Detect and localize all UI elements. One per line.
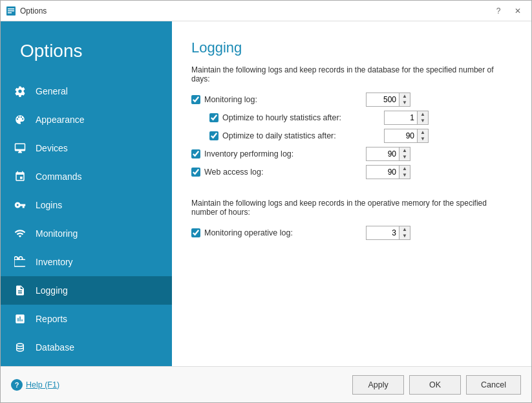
monitoring-operative-spinner-btns: ▲ ▼ [399,226,410,240]
help-button[interactable]: ? Help (F1) [11,379,59,391]
monitoring-operative-entry: Monitoring operative log: ▲ ▼ [191,226,512,240]
monitoring-operative-input[interactable] [366,226,399,240]
monitoring-log-checkbox[interactable] [191,95,200,104]
sidebar-item-database[interactable]: Database [1,333,172,362]
footer: ? Help (F1) Apply OK Cancel [1,366,531,402]
daily-stats-label[interactable]: Optimize to daily statistics after: [209,131,378,140]
monitoring-icon [14,227,27,240]
apply-button[interactable]: Apply [352,375,404,395]
content-area: Logging Maintain the following logs and … [172,21,531,366]
sidebar-item-general[interactable]: General [1,77,172,105]
titlebar-controls: ? ✕ [490,5,526,17]
hourly-stats-down[interactable]: ▼ [418,118,428,124]
sidebar-item-inventory[interactable]: Inventory [1,248,172,276]
web-access-log-up[interactable]: ▲ [399,166,410,172]
hourly-stats-up[interactable]: ▲ [418,111,428,118]
inventory-log-label[interactable]: Inventory performing log: [191,149,359,158]
sidebar-item-label: Commands [36,171,82,182]
inventory-log-checkbox[interactable] [191,149,200,158]
section-divider [191,183,512,193]
sidebar-item-appearance[interactable]: Appearance [1,105,172,134]
sidebar-item-logging[interactable]: Logging [1,276,172,305]
monitoring-log-down[interactable]: ▼ [399,100,410,106]
database-icon [14,341,27,354]
reports-icon [14,312,27,325]
section2-description: Maintain the following logs and keep rec… [191,199,512,217]
svg-rect-3 [8,12,12,14]
inventory-log-spinner-btns: ▲ ▼ [399,147,410,161]
web-access-log-spinner: ▲ ▼ [366,165,410,179]
web-access-log-checkbox[interactable] [191,168,200,177]
inventory-log-up[interactable]: ▲ [399,147,410,154]
monitoring-operative-down[interactable]: ▼ [399,233,410,239]
sidebar-item-label: General [36,86,68,96]
hourly-stats-input[interactable] [384,111,418,125]
hourly-stats-spinner: ▲ ▼ [384,111,429,125]
logging-icon [14,284,27,297]
sidebar-item-label: Logging [36,285,68,296]
daily-stats-spinner-btns: ▲ ▼ [418,129,429,143]
svg-rect-1 [8,8,14,10]
web-access-log-label[interactable]: Web access log: [191,168,359,177]
monitoring-log-input[interactable] [366,93,399,107]
commands-icon [14,170,27,183]
sidebar-item-label: Logins [36,200,62,210]
cancel-button[interactable]: Cancel [466,375,521,395]
daily-stats-input[interactable] [384,129,418,143]
web-access-log-down[interactable]: ▼ [399,172,410,179]
daily-stats-up[interactable]: ▲ [418,129,428,136]
sidebar-item-label: Devices [36,143,68,153]
monitoring-operative-up[interactable]: ▲ [399,226,410,233]
hourly-stats-spinner-btns: ▲ ▼ [418,111,429,125]
inventory-log-entry: Inventory performing log: ▲ ▼ [191,147,512,161]
inventory-icon [14,256,27,268]
close-button[interactable]: ✕ [509,5,526,17]
section1-description: Maintain the following logs and keep rec… [191,65,512,83]
hourly-stats-entry: Optimize to hourly statistics after: ▲ ▼ [209,111,512,125]
monitoring-operative-label[interactable]: Monitoring operative log: [191,228,359,237]
sidebar-item-logins[interactable]: Logins [1,191,172,219]
palette-icon [14,113,27,126]
daily-stats-down[interactable]: ▼ [418,136,428,142]
help-label: Help (F1) [26,380,59,389]
daily-stats-spinner: ▲ ▼ [384,129,429,143]
svg-rect-2 [8,10,14,12]
monitoring-log-up[interactable]: ▲ [399,93,410,100]
inventory-log-input[interactable] [366,147,399,161]
monitoring-log-spinner-btns: ▲ ▼ [399,93,410,107]
sidebar-item-label: Appearance [36,114,85,125]
window-icon [6,6,16,16]
web-access-log-input[interactable] [366,165,399,179]
sidebar-item-label: Inventory [36,257,73,267]
inventory-log-spinner: ▲ ▼ [366,147,410,161]
monitoring-operative-spinner: ▲ ▼ [366,226,410,240]
sidebar-item-commands[interactable]: Commands [1,162,172,191]
help-titlebar-button[interactable]: ? [490,5,507,17]
sidebar-item-label: Monitoring [36,228,78,239]
hourly-stats-checkbox[interactable] [209,113,218,122]
sidebar-item-devices[interactable]: Devices [1,134,172,162]
sidebar-title: Options [1,28,172,77]
ok-button[interactable]: OK [409,375,461,395]
inventory-log-down[interactable]: ▼ [399,154,410,160]
monitor-icon [14,142,27,155]
window-title: Options [20,6,490,16]
main-content: Options General Appearance [1,21,531,366]
monitoring-log-label[interactable]: Monitoring log: [191,95,359,104]
titlebar: Options ? ✕ [1,1,531,21]
sidebar-item-label: Reports [36,314,67,324]
footer-left: ? Help (F1) [11,379,347,391]
monitoring-log-entry: Monitoring log: ▲ ▼ [191,93,512,107]
sidebar-item-reports[interactable]: Reports [1,305,172,333]
key-icon [14,199,27,212]
web-access-log-entry: Web access log: ▲ ▼ [191,165,512,179]
hourly-stats-label[interactable]: Optimize to hourly statistics after: [209,113,378,122]
options-window: Options ? ✕ Options General [0,0,532,403]
monitoring-operative-checkbox[interactable] [191,228,200,237]
page-title: Logging [191,39,512,56]
sidebar-item-monitoring[interactable]: Monitoring [1,219,172,248]
daily-stats-checkbox[interactable] [209,131,218,140]
monitoring-log-spinner: ▲ ▼ [366,93,410,107]
daily-stats-entry: Optimize to daily statistics after: ▲ ▼ [209,129,512,143]
web-access-log-spinner-btns: ▲ ▼ [399,165,410,179]
